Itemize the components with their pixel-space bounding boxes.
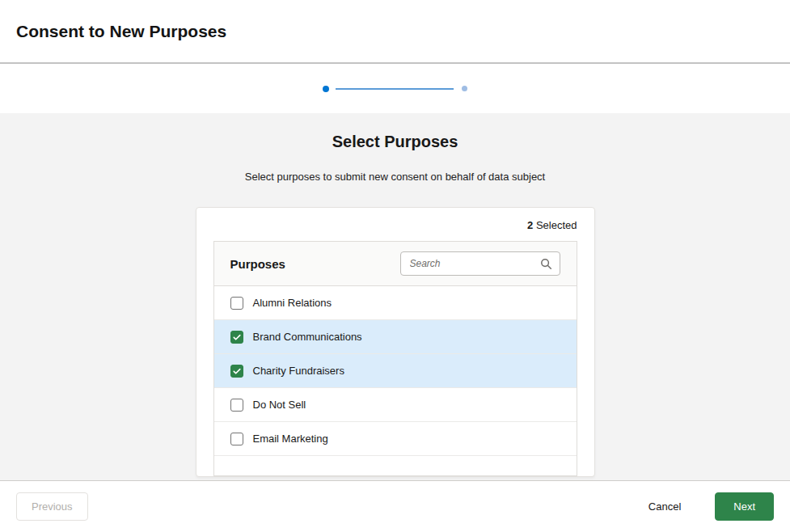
checkbox-checked-icon[interactable]: [230, 365, 243, 378]
purpose-label: Charity Fundraisers: [253, 365, 344, 377]
purpose-row[interactable]: Alumni Relations: [214, 286, 577, 320]
progress-section: [0, 64, 790, 113]
purpose-label: Brand Communications: [253, 331, 362, 343]
purpose-label: Do Not Sell: [253, 399, 306, 411]
selected-count: 2: [527, 219, 533, 231]
wizard-footer: Previous Cancel Next: [0, 480, 790, 532]
step-title: Select Purposes: [0, 133, 790, 151]
next-button[interactable]: Next: [715, 492, 774, 521]
purpose-rows: Alumni RelationsBrand CommunicationsChar…: [214, 286, 577, 475]
progress-indicator: [323, 86, 467, 92]
step-subtitle: Select purposes to submit new consent on…: [0, 171, 790, 183]
selected-count-label: Selected: [536, 219, 577, 231]
app-header: Consent to New Purposes: [0, 0, 790, 64]
purposes-card: 2 Selected Purposes Alumni RelationsBran…: [196, 207, 595, 477]
checkbox-unchecked-icon[interactable]: [230, 399, 243, 412]
previous-button[interactable]: Previous: [16, 492, 88, 521]
progress-step-next-icon: [462, 86, 467, 91]
purpose-search: [400, 251, 560, 276]
page-title: Consent to New Purposes: [16, 22, 226, 41]
search-icon[interactable]: [540, 258, 552, 270]
progress-line: [336, 88, 454, 90]
purposes-table-header: Purposes: [214, 242, 577, 286]
wizard-content: Select Purposes Select purposes to submi…: [0, 113, 790, 480]
progress-step-current-icon: [323, 86, 329, 92]
checkbox-checked-icon[interactable]: [230, 331, 243, 344]
checkbox-unchecked-icon[interactable]: [230, 433, 243, 445]
cancel-button[interactable]: Cancel: [634, 493, 695, 520]
selected-count-line: 2 Selected: [213, 219, 577, 231]
checkbox-unchecked-icon[interactable]: [230, 297, 243, 310]
purpose-search-input[interactable]: [401, 252, 560, 275]
purposes-table: Purposes Alumni RelationsBrand Communica…: [213, 241, 577, 476]
purpose-row[interactable]: Do Not Sell: [214, 388, 577, 422]
purposes-table-title: Purposes: [230, 257, 285, 271]
purpose-label: Email Marketing: [253, 433, 328, 445]
purpose-row[interactable]: Charity Fundraisers: [214, 354, 577, 388]
purpose-row[interactable]: Email Marketing: [214, 422, 577, 456]
purpose-label: Alumni Relations: [253, 297, 332, 309]
purpose-row-partial: [214, 456, 577, 475]
purpose-row[interactable]: Brand Communications: [214, 320, 577, 354]
